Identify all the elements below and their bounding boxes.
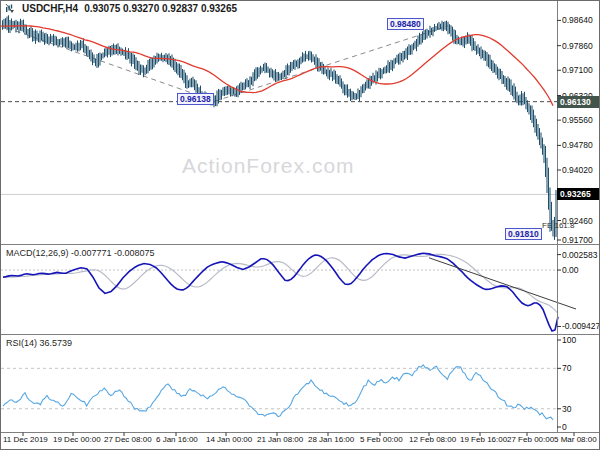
price-tick-label: 0.97100 <box>562 65 593 75</box>
time-label: 14 Jan 00:00 <box>206 435 252 444</box>
annotation-low-label[interactable]: 0.96138 <box>177 93 214 105</box>
symbol-timeframe: USDCHF,H4 <box>22 3 78 14</box>
price-tick-label: 0.97860 <box>562 41 593 51</box>
time-label: 28 Jan 16:00 <box>308 435 354 444</box>
macd-values: -0.007771 -0.008075 <box>71 248 155 258</box>
price-tick-label: 0.94020 <box>562 165 593 175</box>
annotation-high-label[interactable]: 0.98480 <box>387 18 424 30</box>
chart-canvas[interactable] <box>1 1 600 450</box>
price-tick-label: 0.98640 <box>562 15 593 25</box>
time-label: 21 Jan 08:00 <box>257 435 303 444</box>
price-tick-label: -0.009427 <box>562 321 600 331</box>
support-level-axis-box: 0.96130 <box>557 96 600 108</box>
price-tick-label: 0.002583 <box>562 250 597 260</box>
rsi-label: RSI(14) <box>6 338 37 348</box>
time-label: 27 Feb 00:00 <box>507 435 554 444</box>
macd-indicator-label: MACD(12,26,9) -0.007771 -0.008075 <box>6 248 155 258</box>
time-label: 11 Dec 2019 <box>3 435 48 444</box>
ohlc-values: 0.93075 0.93270 0.92837 0.93265 <box>84 3 237 14</box>
price-tick-label: 0 <box>562 422 567 432</box>
price-tick-label: 0.00 <box>562 265 579 275</box>
time-label: 27 Dec 08:00 <box>104 435 152 444</box>
time-axis[interactable]: 11 Dec 201919 Dec 00:0027 Dec 08:006 Jan… <box>1 434 600 450</box>
time-label: 5 Feb 00:00 <box>360 435 403 444</box>
title-bar: USDCHF,H4 0.93075 0.93270 0.92837 0.9326… <box>5 3 237 14</box>
time-label: 5 Mar 08:00 <box>554 435 597 444</box>
price-tick-label: 70 <box>562 363 571 373</box>
chart-icon <box>5 3 16 14</box>
fib-extension-text: FE 161.8 <box>542 221 574 230</box>
mt4-chart-window: ActionForex.com USDCHF,H4 0.93075 0.9327… <box>0 0 600 450</box>
fib-level-label[interactable]: 0.91810 <box>505 228 542 240</box>
time-label: 19 Dec 00:00 <box>53 435 101 444</box>
price-tick-label: 0.91700 <box>562 235 593 245</box>
time-label: 12 Feb 08:00 <box>409 435 456 444</box>
time-label: 6 Jan 16:00 <box>156 435 198 444</box>
price-tick-label: 30 <box>562 404 571 414</box>
price-tick-label: 0.95560 <box>562 115 593 125</box>
current-price-axis-box: 0.93265 <box>557 188 600 200</box>
rsi-indicator-label: RSI(14) 36.5739 <box>6 338 72 348</box>
rsi-value: 36.5739 <box>40 338 73 348</box>
price-tick-label: 0.94780 <box>562 140 593 150</box>
macd-label: MACD(12,26,9) <box>6 248 69 258</box>
price-tick-label: 100 <box>562 335 576 345</box>
time-label: 19 Feb 16:00 <box>460 435 507 444</box>
price-axis[interactable]: 0.986400.978600.971000.963200.955600.947… <box>557 1 600 432</box>
